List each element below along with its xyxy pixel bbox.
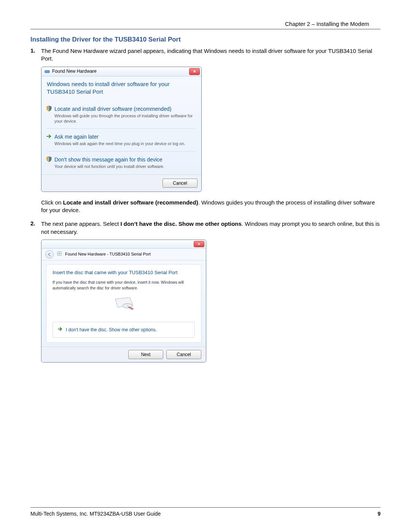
page-footer-left: Multi-Tech Systems, Inc. MT9234ZBA-USB U…	[30, 511, 161, 517]
arrow-right-icon	[46, 133, 52, 139]
option-label: I don't have the disc. Show me other opt…	[66, 327, 157, 333]
dialog-subtext: If you have the disc that came with your…	[53, 280, 195, 290]
option-desc: Your device will not function until you …	[54, 164, 196, 169]
cancel-button[interactable]: Cancel	[166, 350, 201, 359]
dialog-found-new-hardware: Found New Hardware ✕ Windows needs to in…	[41, 67, 202, 192]
close-button[interactable]: ✕	[189, 68, 200, 75]
section-heading: Installing the Driver for the TUSB3410 S…	[30, 36, 381, 43]
dialog-heading: Insert the disc that came with your TUSB…	[53, 269, 195, 276]
close-button[interactable]: ✕	[194, 241, 204, 247]
back-button[interactable]	[45, 250, 54, 259]
svg-point-2	[59, 253, 60, 254]
option-no-disc[interactable]: I don't have the disc. Show me other opt…	[53, 322, 195, 338]
option-label: Don't show this message again for this d…	[54, 156, 196, 163]
step-number: 2.	[30, 220, 41, 363]
dialog-footer: Cancel	[41, 174, 201, 192]
dialog-footer: Next Cancel	[41, 347, 206, 362]
step-2: 2. The next pane appears. Select I don’t…	[30, 220, 381, 363]
next-button[interactable]: Next	[128, 350, 163, 359]
step-1: 1. The Found New Hardware wizard panel a…	[30, 47, 381, 218]
device-icon	[45, 69, 50, 74]
divider	[47, 128, 196, 129]
step-text: The Found New Hardware wizard panel appe…	[41, 47, 381, 63]
dialog-header-row: Found New Hardware - TUSB3410 Serial Por…	[41, 249, 206, 260]
page-number: 9	[378, 511, 381, 517]
page-header: Chapter 2 – Installing the Modem	[285, 21, 369, 27]
divider	[30, 507, 381, 508]
option-desc: Windows will guide you through the proce…	[54, 113, 196, 124]
option-label: Ask me again later	[54, 133, 196, 141]
step-number: 1.	[30, 47, 41, 218]
shield-icon	[46, 156, 52, 162]
cancel-button[interactable]: Cancel	[162, 179, 198, 188]
disc-drive-illustration	[53, 297, 195, 310]
shield-icon	[46, 105, 52, 112]
arrow-right-icon	[57, 326, 63, 334]
option-locate-install[interactable]: Locate and install driver software (reco…	[47, 103, 196, 126]
dialog-breadcrumb: Found New Hardware - TUSB3410 Serial Por…	[65, 251, 151, 257]
option-ask-later[interactable]: Ask me again later Windows will ask agai…	[47, 131, 196, 149]
dialog-insert-disc: ✕ Found N	[41, 240, 206, 363]
option-dont-show[interactable]: Don't show this message again for this d…	[47, 154, 196, 171]
svg-point-5	[126, 305, 129, 306]
divider	[30, 29, 381, 29]
device-icon	[57, 251, 62, 258]
option-label: Locate and install driver software (reco…	[54, 105, 196, 113]
step-text: Click on Locate and install driver softw…	[41, 199, 381, 214]
dialog-title-bar: ✕	[41, 240, 206, 249]
divider	[47, 151, 196, 152]
dialog-title: Found New Hardware	[52, 68, 189, 74]
svg-rect-0	[45, 70, 49, 73]
step-text: The next pane appears. Select I don’t ha…	[41, 220, 381, 236]
dialog-headline: Windows needs to install driver software…	[47, 80, 196, 96]
option-desc: Windows will ask again the next time you…	[54, 141, 196, 146]
dialog-title-bar: Found New Hardware ✕	[41, 67, 201, 77]
